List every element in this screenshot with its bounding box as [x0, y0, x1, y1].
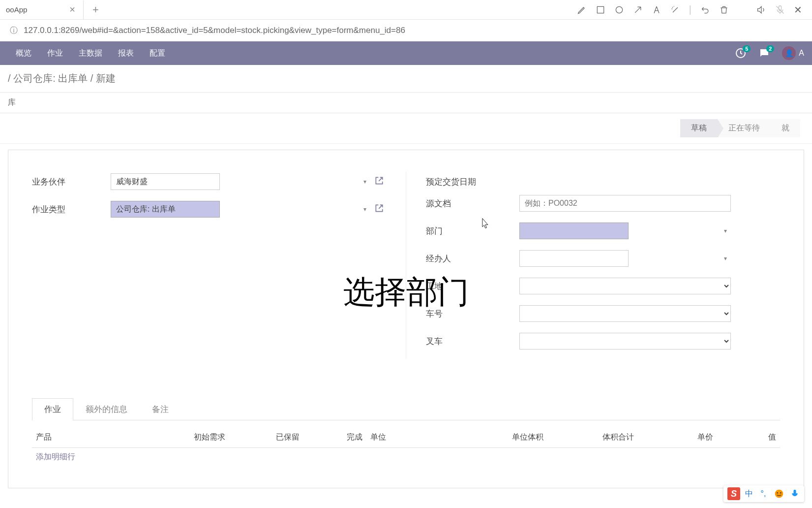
- info-icon[interactable]: ⓘ: [10, 26, 18, 36]
- new-tab-button[interactable]: +: [84, 3, 108, 16]
- chevron-down-icon: ▾: [363, 206, 366, 213]
- browser-tab-bar: ooApp × + | ✕: [0, 0, 812, 20]
- undo-icon[interactable]: [700, 4, 710, 16]
- user-name: A: [799, 49, 804, 58]
- external-link-icon[interactable]: [374, 203, 386, 215]
- site-label: 工地: [426, 281, 519, 292]
- breadcrumb-parent[interactable]: 公司仓库: 出库单: [13, 73, 88, 84]
- volume-icon[interactable]: [756, 4, 766, 16]
- ime-toolbar[interactable]: S 中 °,: [723, 485, 804, 502]
- trash-icon[interactable]: [719, 4, 729, 16]
- tab-extra-info[interactable]: 额外的信息: [73, 398, 140, 420]
- th-unit-volume: 单位体积: [457, 432, 547, 443]
- partner-input[interactable]: [111, 173, 220, 190]
- scheduled-date-label: 预定交货日期: [426, 176, 519, 188]
- th-value: 值: [717, 432, 780, 443]
- nav-config[interactable]: 配置: [142, 41, 173, 65]
- chevron-down-icon: ▾: [724, 255, 727, 262]
- svg-point-4: [777, 492, 778, 494]
- ime-punct-icon[interactable]: °,: [758, 488, 769, 499]
- breadcrumb-current: 新建: [96, 73, 116, 84]
- text-icon[interactable]: [652, 4, 662, 16]
- source-doc-input[interactable]: [519, 195, 731, 212]
- messages-badge[interactable]: 2: [758, 47, 770, 59]
- table-header: 产品 初始需求 已保留 完成 单位 单位体积 体积合计 单价 值: [32, 427, 780, 448]
- main-navbar: 概览 作业 主数据 报表 配置 5 2 👤 A: [0, 41, 812, 65]
- operation-type-label: 作业类型: [32, 204, 111, 215]
- browser-tab[interactable]: ooApp ×: [0, 0, 84, 19]
- th-price: 单价: [638, 432, 718, 443]
- activity-count: 5: [743, 45, 751, 52]
- square-icon[interactable]: [596, 4, 605, 16]
- smile-icon[interactable]: [774, 488, 784, 499]
- ime-language[interactable]: 中: [745, 489, 753, 499]
- add-line-button[interactable]: 添加明细行: [32, 448, 780, 466]
- forklift-label: 叉车: [426, 336, 519, 347]
- messages-count: 2: [766, 45, 774, 52]
- th-volume-total: 体积合计: [547, 432, 638, 443]
- chevron-down-icon: ▾: [363, 178, 366, 185]
- tab-title: ooApp: [6, 5, 27, 14]
- th-done: 完成: [303, 432, 366, 443]
- handler-label: 经办人: [426, 253, 519, 264]
- moves-table: 产品 初始需求 已保留 完成 单位 单位体积 体积合计 单价 值 添加明细行: [32, 427, 780, 466]
- nav-master-data[interactable]: 主数据: [71, 41, 110, 65]
- close-icon[interactable]: ×: [67, 4, 77, 15]
- tab-operations[interactable]: 作业: [32, 398, 73, 420]
- ime-logo[interactable]: S: [727, 487, 740, 500]
- notebook-tabs: 作业 额外的信息 备注: [32, 398, 780, 420]
- arrow-icon[interactable]: [633, 4, 643, 16]
- status-draft[interactable]: 草稿: [680, 119, 718, 137]
- th-demand: 初始需求: [150, 432, 230, 443]
- close-window-icon[interactable]: ✕: [794, 4, 802, 16]
- th-reserved: 已保留: [229, 432, 303, 443]
- site-select[interactable]: [519, 278, 731, 294]
- browser-toolbar: | ✕: [567, 4, 812, 16]
- subbar: 库: [0, 93, 812, 113]
- svg-point-1: [616, 6, 622, 13]
- mic-off-icon[interactable]: [775, 4, 785, 16]
- svg-point-3: [775, 490, 783, 498]
- pen-icon[interactable]: [577, 4, 587, 16]
- source-doc-label: 源文档: [426, 198, 519, 209]
- vehicle-select[interactable]: [519, 305, 731, 322]
- activity-badge[interactable]: 5: [735, 47, 747, 59]
- vehicle-label: 车号: [426, 308, 519, 319]
- tab-notes[interactable]: 备注: [140, 398, 181, 420]
- address-bar: ⓘ 127.0.0.1:8269/web#id=&action=158&acti…: [0, 20, 812, 41]
- chevron-down-icon: ▾: [724, 227, 727, 234]
- handler-input[interactable]: [519, 250, 629, 267]
- department-label: 部门: [426, 225, 519, 237]
- status-waiting[interactable]: 正在等待: [718, 119, 771, 137]
- form-sheet: 业务伙伴 ▾ 作业类型 ▾: [8, 150, 804, 488]
- avatar[interactable]: 👤: [782, 46, 796, 60]
- mic-icon[interactable]: [789, 488, 800, 499]
- svg-point-5: [780, 492, 782, 494]
- operation-type-input[interactable]: [111, 201, 220, 218]
- th-uom: 单位: [366, 432, 457, 443]
- form-right-column: 预定交货日期 源文档 部门 ▾ 经办人: [406, 172, 780, 359]
- circle-icon[interactable]: [614, 4, 624, 16]
- external-link-icon[interactable]: [374, 176, 386, 188]
- url-text[interactable]: 127.0.0.1:8269/web#id=&action=158&active…: [24, 26, 405, 35]
- th-product: 产品: [32, 432, 150, 443]
- nav-reports[interactable]: 报表: [110, 41, 142, 65]
- forklift-select[interactable]: [519, 333, 731, 349]
- svg-rect-0: [597, 6, 603, 13]
- partner-label: 业务伙伴: [32, 176, 111, 188]
- department-input[interactable]: [519, 222, 629, 239]
- wand-icon[interactable]: [670, 4, 680, 16]
- nav-overview[interactable]: 概览: [8, 41, 39, 65]
- status-bar: 草稿 正在等待 就: [0, 113, 812, 144]
- breadcrumb: / 公司仓库: 出库单 / 新建: [0, 65, 812, 93]
- nav-operations[interactable]: 作业: [39, 41, 71, 65]
- form-left-column: 业务伙伴 ▾ 作业类型 ▾: [32, 172, 386, 359]
